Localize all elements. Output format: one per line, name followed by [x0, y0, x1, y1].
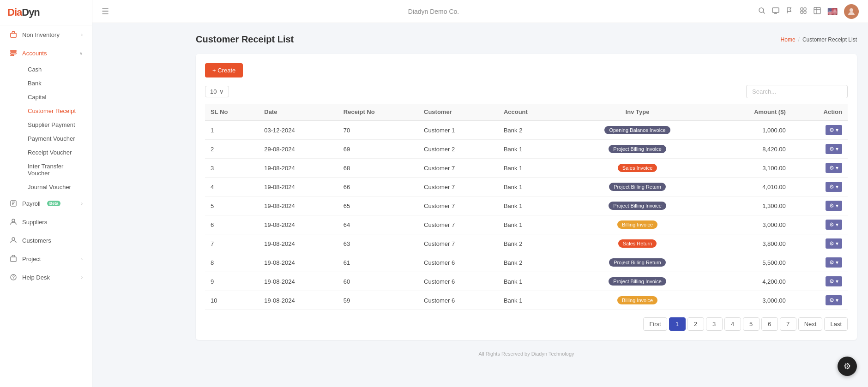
- cell-customer: Customer 6: [418, 253, 498, 272]
- cell-sl: 7: [205, 234, 259, 253]
- sidebar-item-label: Project: [22, 256, 41, 262]
- page-next-button[interactable]: Next: [798, 317, 823, 331]
- hamburger-icon[interactable]: ☰: [102, 6, 109, 17]
- sidebar-item-receipt-voucher[interactable]: Receipt Voucher: [22, 146, 90, 159]
- page-2-button[interactable]: 2: [687, 317, 704, 331]
- inv-type-badge: Sales Return: [618, 239, 657, 248]
- sidebar: DiaDyn Non Inventory › Accounts ∨ Cash B…: [0, 0, 92, 387]
- cell-date: 19-08-2024: [259, 272, 338, 291]
- logo-dyn: Dyn: [22, 6, 40, 18]
- create-button[interactable]: + Create: [205, 63, 243, 77]
- apps-icon[interactable]: [814, 7, 821, 16]
- customers-icon: [9, 236, 18, 244]
- svg-rect-14: [801, 11, 803, 13]
- sidebar-item-suppliers[interactable]: Suppliers: [2, 213, 90, 231]
- cell-receipt-no: 63: [338, 234, 418, 253]
- page-7-button[interactable]: 7: [780, 317, 796, 331]
- breadcrumb-home[interactable]: Home: [781, 36, 796, 43]
- col-sl: SL No: [205, 104, 259, 120]
- sidebar-item-project[interactable]: Project ›: [2, 250, 90, 268]
- cell-amount: 3,000.00: [710, 291, 791, 310]
- svg-rect-2: [11, 53, 16, 54]
- page-header: Customer Receipt List Home / Customer Re…: [196, 34, 857, 45]
- cell-action: ⚙ ▾: [791, 196, 848, 215]
- search-icon[interactable]: [758, 7, 766, 16]
- flag-icon[interactable]: [786, 7, 793, 16]
- sidebar-item-helpdesk[interactable]: Help Desk ›: [2, 268, 90, 286]
- svg-rect-11: [772, 8, 779, 12]
- sidebar-item-inter-transfer[interactable]: Inter Transfer Voucher: [22, 160, 90, 180]
- sidebar-item-payment-voucher[interactable]: Payment Voucher: [22, 132, 90, 145]
- cell-action: ⚙ ▾: [791, 215, 848, 234]
- svg-rect-7: [11, 257, 16, 262]
- svg-point-9: [13, 278, 13, 279]
- cell-date: 19-08-2024: [259, 215, 338, 234]
- sidebar-item-supplier-payment[interactable]: Supplier Payment: [22, 118, 90, 131]
- grid-icon[interactable]: [800, 7, 807, 16]
- page-last-button[interactable]: Last: [824, 317, 848, 331]
- page-6-button[interactable]: 6: [761, 317, 778, 331]
- accounts-submenu: Cash Bank Capital Customer Receipt Suppl…: [0, 62, 92, 194]
- accounts-icon: [9, 49, 18, 57]
- col-customer: Customer: [418, 104, 498, 120]
- cell-account: Bank 1: [498, 215, 565, 234]
- action-button[interactable]: ⚙ ▾: [826, 125, 842, 135]
- per-page-selector[interactable]: 10 ∨: [205, 86, 229, 97]
- logo-dia: Dia: [7, 6, 22, 18]
- cell-account: Bank 1: [498, 178, 565, 196]
- page-1-button[interactable]: 1: [669, 317, 686, 331]
- page-3-button[interactable]: 3: [706, 317, 723, 331]
- avatar[interactable]: [844, 4, 859, 19]
- monitor-icon[interactable]: [772, 7, 779, 16]
- action-button[interactable]: ⚙ ▾: [826, 144, 842, 154]
- project-icon: [9, 255, 18, 263]
- action-button[interactable]: ⚙ ▾: [826, 163, 842, 173]
- breadcrumb: Home / Customer Receipt List: [781, 36, 857, 43]
- action-button[interactable]: ⚙ ▾: [826, 220, 842, 230]
- cell-action: ⚙ ▾: [791, 140, 848, 159]
- col-inv-type: Inv Type: [565, 104, 710, 120]
- cell-date: 19-08-2024: [259, 178, 338, 196]
- cell-action: ⚙ ▾: [791, 178, 848, 196]
- sidebar-item-journal-voucher[interactable]: Journal Voucher: [22, 180, 90, 194]
- sidebar-item-non-inventory[interactable]: Non Inventory ›: [2, 26, 90, 43]
- cell-date: 19-08-2024: [259, 253, 338, 272]
- chevron-right-icon: ›: [81, 256, 83, 262]
- sidebar-item-customer-receipt[interactable]: Customer Receipt: [22, 104, 90, 118]
- cell-action: ⚙ ▾: [791, 159, 848, 178]
- cell-receipt-no: 61: [338, 253, 418, 272]
- cell-receipt-no: 64: [338, 215, 418, 234]
- cell-action: ⚙ ▾: [791, 272, 848, 291]
- cell-inv-type: Billing Invoice: [565, 215, 710, 234]
- inv-type-badge: Opening Balance Invoice: [604, 126, 670, 134]
- page-5-button[interactable]: 5: [743, 317, 760, 331]
- cell-sl: 8: [205, 253, 259, 272]
- sidebar-item-cash[interactable]: Cash: [22, 63, 90, 76]
- cell-date: 03-12-2024: [259, 120, 338, 140]
- action-button[interactable]: ⚙ ▾: [826, 257, 842, 268]
- page-4-button[interactable]: 4: [724, 317, 741, 331]
- receipt-table: SL No Date Receipt No Customer Account I…: [205, 104, 848, 310]
- sidebar-item-capital[interactable]: Capital: [22, 90, 90, 104]
- company-name: Diadyn Demo Co.: [408, 8, 459, 15]
- action-button[interactable]: ⚙ ▾: [826, 182, 842, 192]
- sidebar-item-payroll[interactable]: Payroll Beta ›: [2, 195, 90, 212]
- sidebar-item-accounts[interactable]: Accounts ∨: [2, 44, 90, 62]
- cell-customer: Customer 7: [418, 178, 498, 196]
- sidebar-item-customers[interactable]: Customers: [2, 232, 90, 249]
- action-button[interactable]: ⚙ ▾: [826, 201, 842, 211]
- action-button[interactable]: ⚙ ▾: [826, 295, 842, 305]
- sidebar-item-bank[interactable]: Bank: [22, 77, 90, 90]
- chevron-right-icon: ›: [81, 201, 83, 206]
- search-input[interactable]: [746, 85, 848, 98]
- cell-amount: 4,200.00: [710, 272, 791, 291]
- flag-us-icon[interactable]: 🇺🇸: [827, 6, 838, 17]
- float-settings-button[interactable]: ⚙: [838, 357, 857, 376]
- page-first-button[interactable]: First: [643, 317, 667, 331]
- action-button[interactable]: ⚙ ▾: [826, 276, 842, 286]
- table-controls: 10 ∨: [205, 85, 848, 98]
- svg-rect-15: [804, 11, 806, 13]
- action-button[interactable]: ⚙ ▾: [826, 238, 842, 249]
- cell-account: Bank 1: [498, 291, 565, 310]
- cell-account: Bank 1: [498, 140, 565, 159]
